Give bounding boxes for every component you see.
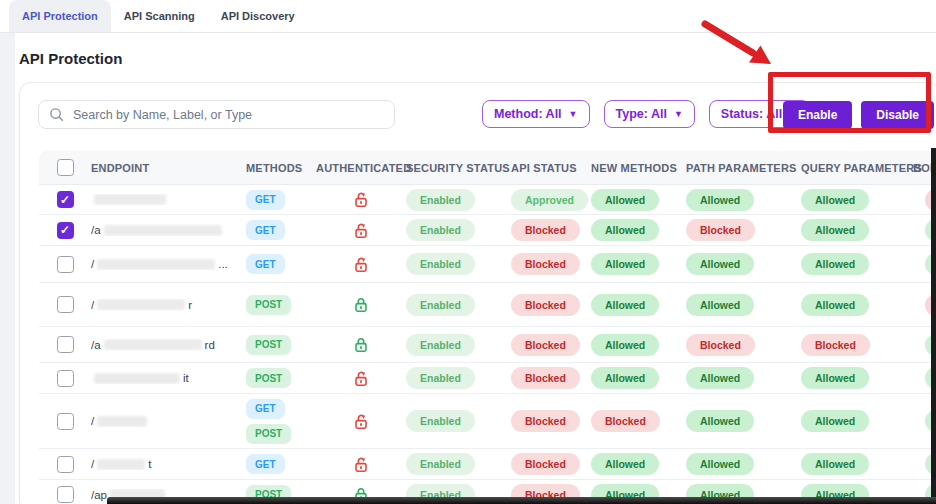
lock-open-icon [353,413,369,430]
screen-edge-right [931,148,936,504]
filter-group: Method: All▼Type: All▼Status: All▼ [482,100,810,128]
row-checkbox[interactable] [57,296,74,313]
security-badge: Enabled [406,334,475,356]
endpoint-text: / [91,258,94,270]
table-row: GET Enabled Approved Allowed Allowed All… [39,185,936,215]
path-params-badge: Allowed [686,294,754,316]
security-status-cell: Enabled [406,294,511,316]
methods-cell: POST [246,335,316,355]
api-protection-panel: Method: All▼Type: All▼Status: All▼ Enabl… [19,82,936,504]
api-status-cell: Blocked [511,334,591,356]
new-methods-badge: Allowed [591,219,659,241]
col-endpoint: ENDPOINT [91,162,246,174]
row-checkbox[interactable] [57,256,74,273]
api-status-cell: Approved [511,189,591,211]
col-security-status: SECURITY STATUS [406,162,511,174]
security-badge: Enabled [406,294,475,316]
endpoint-cell: /r [91,299,246,311]
security-status-cell: Enabled [406,253,511,275]
security-status-cell: Enabled [406,189,511,211]
col-path-parameters: PATH PARAMETERS [686,162,801,174]
methods-cell: GET [246,220,316,240]
row-checkbox[interactable] [57,370,74,387]
filter-method[interactable]: Method: All▼ [482,100,590,128]
api-status-badge: Blocked [511,294,580,316]
security-badge: Enabled [406,253,475,275]
new-methods-cell: Allowed [591,334,686,356]
new-methods-cell: Allowed [591,253,686,275]
filter-type[interactable]: Type: All▼ [604,100,695,128]
auth-cell [316,191,406,208]
new-methods-badge: Allowed [591,367,659,389]
query-params-cell: Allowed [801,453,913,475]
auth-cell [316,456,406,473]
query-params-cell: Allowed [801,294,913,316]
new-methods-badge: Allowed [591,294,659,316]
row-checkbox[interactable] [57,456,74,473]
filter-label: Type: All [616,107,667,121]
path-params-badge: Allowed [686,367,754,389]
table-body: GET Enabled Approved Allowed Allowed All… [39,185,936,504]
new-methods-cell: Allowed [591,189,686,211]
api-status-badge: Blocked [511,334,580,356]
row-checkbox[interactable] [57,191,74,208]
methods-cell: GET [246,454,316,474]
table-row: /a GET Enabled Blocked Allowed Blocked A… [39,215,936,246]
row-checkbox[interactable] [57,222,74,239]
auth-cell [316,296,406,313]
lock-closed-icon [353,296,369,313]
search-icon [49,107,64,122]
security-status-cell: Enabled [406,367,511,389]
methods-cell: POST [246,295,316,315]
new-methods-badge: Blocked [591,410,660,432]
filter-label: Status: All [721,107,782,121]
new-methods-badge: Allowed [591,253,659,275]
endpoint-text: / [91,299,94,311]
tab-api-scanning[interactable]: API Scanning [111,0,208,32]
table-row: /t GET Enabled Blocked Allowed Allowed A… [39,449,936,480]
col-new-methods: NEW METHODS [591,162,686,174]
row-checkbox[interactable] [57,336,74,353]
security-badge: Enabled [406,367,475,389]
screen-edge-bottom [107,497,936,504]
search-input[interactable] [73,108,384,122]
disable-button[interactable]: Disable [861,101,934,129]
endpoint-text: rd [205,339,215,351]
lock-open-icon [353,256,369,273]
col-api-status: API STATUS [511,162,591,174]
query-params-badge: Allowed [801,219,869,241]
lock-closed-icon [353,336,369,353]
path-params-cell: Allowed [686,294,801,316]
new-methods-cell: Blocked [591,410,686,432]
security-badge: Enabled [406,189,475,211]
endpoint-text: /a [91,339,101,351]
endpoints-table: ENDPOINT METHODS AUTHENTICATED SECURITY … [39,151,936,504]
methods-cell: GET [246,254,316,274]
lock-open-icon [353,370,369,387]
row-checkbox[interactable] [57,486,74,503]
lock-open-icon [353,222,369,239]
table-row: it POST Enabled Blocked Allowed Allowed … [39,363,936,394]
table-header: ENDPOINT METHODS AUTHENTICATED SECURITY … [39,151,936,185]
auth-cell [316,413,406,430]
endpoint-text: it [183,372,189,384]
methods-cell: GET [246,190,316,210]
row-checkbox[interactable] [57,413,74,430]
auth-cell [316,222,406,239]
path-params-badge: Blocked [686,334,755,356]
path-params-cell: Allowed [686,189,801,211]
select-all-checkbox[interactable] [57,159,74,176]
enable-button[interactable]: Enable [783,101,852,129]
endpoint-redacted [97,259,215,270]
endpoint-text: /ap [91,489,107,501]
new-methods-badge: Allowed [591,453,659,475]
endpoint-redacted [94,373,180,384]
method-badge: GET [246,399,285,419]
new-methods-badge: Allowed [591,334,659,356]
endpoint-cell: /ard [91,339,246,351]
tab-api-protection[interactable]: API Protection [9,0,111,32]
table-row: /r POST Enabled Blocked Allowed Allowed … [39,283,936,327]
tab-api-discovery[interactable]: API Discovery [208,0,308,32]
query-params-cell: Allowed [801,253,913,275]
endpoint-cell: / [91,415,246,427]
